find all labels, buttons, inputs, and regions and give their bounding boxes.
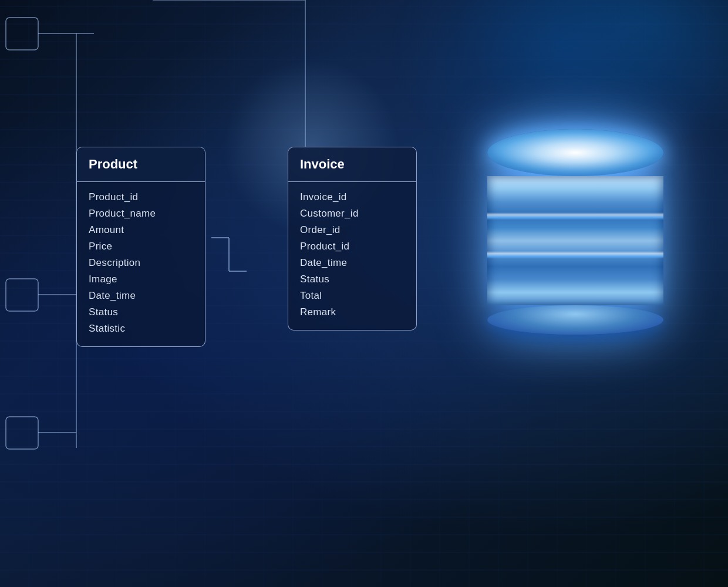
product-field-statistic: Statistic	[89, 323, 193, 335]
product-table-fields: Product_id Product_name Amount Price Des…	[77, 182, 205, 346]
product-table: Product Product_id Product_name Amount P…	[76, 147, 205, 347]
invoice-field-invoice-id: Invoice_id	[300, 191, 405, 203]
product-field-price: Price	[89, 241, 193, 252]
product-field-product-name: Product_name	[89, 208, 193, 220]
database-bottom-ellipse	[487, 305, 663, 335]
product-field-product-id: Product_id	[89, 191, 193, 203]
product-field-description: Description	[89, 257, 193, 269]
invoice-field-customer-id: Customer_id	[300, 208, 405, 220]
invoice-table-fields: Invoice_id Customer_id Order_id Product_…	[288, 182, 416, 330]
invoice-field-date-time: Date_time	[300, 257, 405, 269]
invoice-field-order-id: Order_id	[300, 224, 405, 236]
product-field-status: Status	[89, 306, 193, 318]
product-table-title: Product	[77, 147, 205, 182]
invoice-field-remark: Remark	[300, 306, 405, 318]
invoice-field-product-id: Product_id	[300, 241, 405, 252]
database-body	[487, 176, 663, 305]
invoice-table: Invoice Invoice_id Customer_id Order_id …	[288, 147, 417, 330]
product-field-date-time: Date_time	[89, 290, 193, 302]
erd-diagram: Product Product_id Product_name Amount P…	[76, 147, 417, 347]
invoice-field-total: Total	[300, 290, 405, 302]
invoice-table-title: Invoice	[288, 147, 416, 182]
product-field-amount: Amount	[89, 224, 193, 236]
database-icon	[481, 129, 669, 335]
product-field-image: Image	[89, 274, 193, 285]
invoice-field-status: Status	[300, 274, 405, 285]
database-top-ellipse	[487, 129, 663, 176]
